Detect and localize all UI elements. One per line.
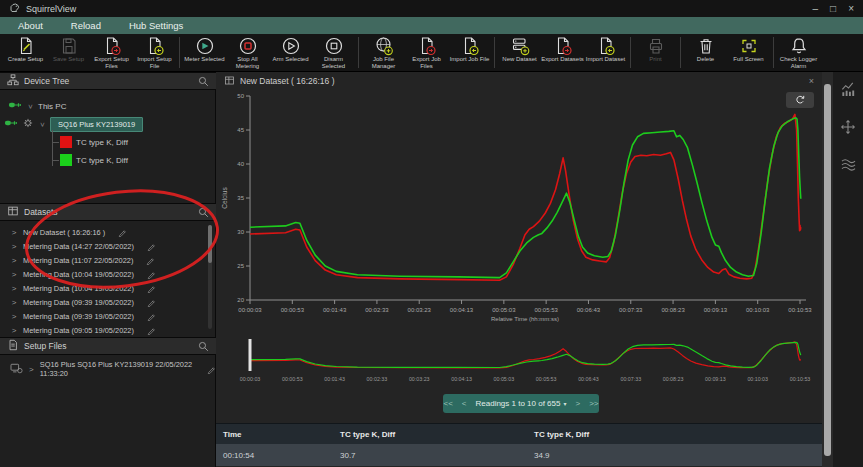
vertical-scrollbar[interactable]: [822, 72, 833, 467]
rename-pencil-icon[interactable]: [207, 365, 216, 374]
chevron-right-icon[interactable]: >: [10, 242, 18, 251]
doc-import-icon: [459, 36, 481, 56]
rename-pencil-icon[interactable]: [147, 242, 156, 251]
rename-pencil-icon[interactable]: [118, 228, 127, 237]
dataset-item[interactable]: > Metering Data (09:05 19/05/2022): [0, 323, 216, 337]
printer-icon: [645, 36, 667, 56]
range-slider-handle[interactable]: [249, 339, 252, 371]
chevron-right-icon[interactable]: >: [10, 326, 18, 335]
rename-pencil-icon[interactable]: [147, 312, 156, 321]
dataset-item[interactable]: > Metering Data (14:27 22/05/2022): [0, 239, 216, 253]
gear-icon[interactable]: [22, 117, 34, 131]
chart-close-icon[interactable]: ×: [809, 76, 814, 86]
toolbar-button-label: Export Setup Files: [90, 56, 133, 69]
menu-item-reload[interactable]: Reload: [71, 20, 101, 31]
arm-selected-button[interactable]: Arm Selected: [269, 36, 312, 69]
pager-range-dropdown[interactable]: Readings 1 to 10 of 655▾: [476, 399, 567, 408]
toolbar-button-label: Save Setup: [53, 56, 84, 63]
check-logger-alarm-button[interactable]: Check Logger Alarm: [777, 36, 820, 69]
doc-export-icon: [416, 36, 438, 56]
datasets-list: > New Dataset ( 16:26:16 ) > Metering Da…: [0, 221, 216, 337]
doc-export-icon: [552, 36, 574, 56]
rename-pencil-icon[interactable]: [147, 298, 156, 307]
dataset-item[interactable]: > Metering Data (10:04 19/05/2022): [0, 267, 216, 281]
save-icon: [58, 36, 80, 56]
tree-node-this-pc[interactable]: > This PC: [0, 97, 216, 115]
bell-icon: [788, 36, 810, 56]
pager-next-button[interactable]: >: [575, 399, 580, 408]
export-job-files-button[interactable]: Export Job Files: [405, 36, 448, 69]
channel-label: TC type K, Diff: [76, 138, 128, 147]
waves-icon[interactable]: [840, 157, 857, 176]
new-dataset-button[interactable]: New Dataset: [498, 36, 541, 63]
datasets-scrollbar[interactable]: [208, 225, 212, 329]
pan-icon[interactable]: [840, 119, 856, 139]
dataset-item[interactable]: > Metering Data (11:07 22/05/2022): [0, 253, 216, 267]
scrollbar-thumb[interactable]: [824, 84, 831, 456]
import-job-file-button[interactable]: Import Job File: [448, 36, 491, 69]
delete-button[interactable]: Delete: [684, 36, 727, 63]
import-setup-file-button[interactable]: Import Setup File: [133, 36, 176, 69]
dataset-item[interactable]: > Metering Data (10:04 19/05/2022): [0, 281, 216, 295]
menu-item-about[interactable]: About: [18, 20, 43, 31]
disarm-selected-button[interactable]: Disarm Selected: [312, 36, 355, 69]
setup-file-item[interactable]: > SQ16 Plus SQ16 Plus KY2139019 22/05/20…: [0, 362, 216, 376]
chevron-right-icon[interactable]: >: [10, 312, 18, 321]
chevron-right-icon[interactable]: >: [10, 228, 18, 237]
table-row[interactable]: 00:10:5430.734.9: [216, 444, 822, 466]
rename-pencil-icon[interactable]: [147, 284, 156, 293]
pager-last-button[interactable]: >>: [589, 399, 598, 408]
export-datasets-button[interactable]: Export Datasets: [541, 36, 584, 63]
window-title: SquirrelView: [26, 4, 76, 14]
device-tree-search-icon[interactable]: [198, 76, 209, 87]
svg-text:45: 45: [237, 127, 244, 133]
chevron-right-icon[interactable]: >: [10, 256, 18, 265]
chart-refresh-button[interactable]: [786, 92, 814, 108]
chevron-down-icon[interactable]: >: [38, 120, 47, 128]
toolbar-separator: [358, 37, 359, 68]
datasets-search-icon[interactable]: [198, 207, 209, 218]
dataset-item[interactable]: > Metering Data (09:39 19/05/2022): [0, 309, 216, 323]
export-setup-files-button[interactable]: Export Setup Files: [90, 36, 133, 69]
create-setup-button[interactable]: Create Setup: [4, 36, 47, 69]
rename-pencil-icon[interactable]: [147, 326, 156, 335]
dataset-item[interactable]: > Metering Data (09:39 19/05/2022): [0, 295, 216, 309]
menu-item-hub-settings[interactable]: Hub Settings: [129, 20, 183, 31]
tree-node-channel[interactable]: TC type K, Diff: [0, 151, 216, 169]
rename-pencil-icon[interactable]: [147, 270, 156, 279]
device-name[interactable]: SQ16 Plus KY2139019: [50, 117, 143, 132]
maximize-button[interactable]: □: [830, 4, 836, 14]
dataset-item[interactable]: > New Dataset ( 16:26:16 ): [0, 225, 216, 239]
minimize-button[interactable]: –: [813, 4, 819, 14]
chevron-right-icon[interactable]: >: [10, 298, 18, 307]
import-dataset-button[interactable]: Import Dataset: [584, 36, 627, 63]
readings-table: TimeTC type K, DiffTC type K, Diff00:10:…: [216, 423, 822, 467]
overview-range-chart[interactable]: 00:00:0300:00:5300:01:4300:02:3300:03:23…: [216, 333, 822, 390]
svg-text:00:02:33: 00:02:33: [367, 376, 388, 382]
close-button[interactable]: ×: [848, 4, 854, 14]
chevron-right-icon[interactable]: >: [10, 284, 18, 293]
chart-tab-icon: [224, 75, 235, 88]
job-file-manager-button[interactable]: Job File Manager: [362, 36, 405, 69]
dataset-label: Metering Data (09:05 19/05/2022): [23, 326, 134, 335]
stop-all-metering-button[interactable]: Stop All Metering: [226, 36, 269, 69]
toolbar-button-label: New Dataset: [502, 56, 536, 63]
gauge-icon: [194, 36, 216, 56]
tree-node-channel[interactable]: TC type K, Diff: [0, 133, 216, 151]
setup-files-search-icon[interactable]: [198, 341, 209, 352]
chevron-right-icon[interactable]: >: [10, 270, 18, 279]
main-line-chart[interactable]: 20253035404550Celcius00:00:0300:00:5300:…: [216, 90, 822, 333]
tree-node-device[interactable]: > SQ16 Plus KY2139019: [0, 115, 216, 133]
chevron-down-icon[interactable]: >: [26, 102, 35, 110]
meter-selected-button[interactable]: Meter Selected: [183, 36, 226, 69]
chevron-right-icon[interactable]: >: [28, 365, 35, 374]
combo-chart-icon[interactable]: [840, 80, 857, 101]
toolbar-separator: [630, 37, 631, 68]
svg-text:50: 50: [237, 93, 244, 99]
rename-pencil-icon[interactable]: [146, 256, 155, 265]
pager-first-button[interactable]: <<: [444, 399, 453, 408]
caret-down-icon: ▾: [563, 400, 566, 407]
full-screen-button[interactable]: Full Screen: [727, 36, 770, 63]
pager-prev-button[interactable]: <: [462, 399, 467, 408]
setup-files-header: Setup Files: [0, 337, 216, 355]
